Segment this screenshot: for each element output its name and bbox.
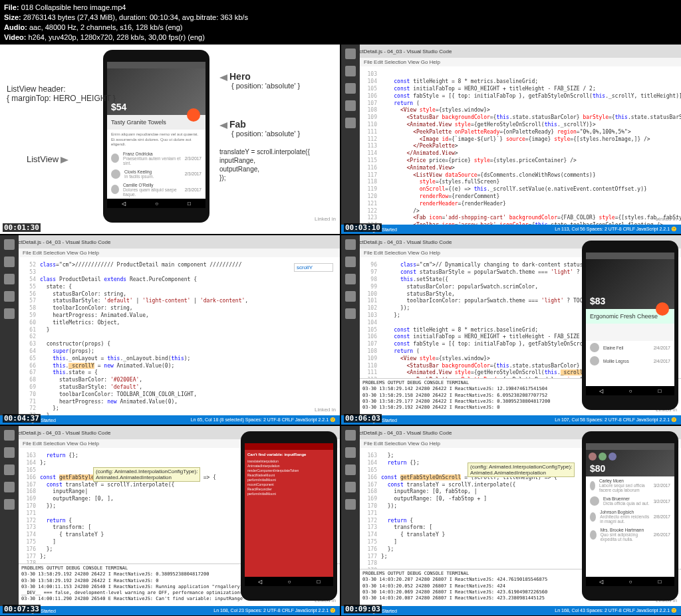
debug-icon[interactable] (345, 100, 356, 111)
android-navbar[interactable]: ◁○□ (107, 199, 205, 208)
activity-bar[interactable] (0, 235, 19, 425)
list-item[interactable]: Carley MoenLabore sequi sed officia face… (586, 476, 674, 494)
code-editor[interactable]: 52class="cm">//////////// ProductDetail … (19, 260, 340, 415)
statusbar[interactable]: Native Packager: StartedLn 65, Col 18 (8… (0, 415, 340, 425)
list-item[interactable]: Elaine Feil2/4/2017 (586, 341, 674, 354)
timestamp: 00:03:10 (344, 223, 382, 232)
annot-listview-header: ListView header: { marginTop: HERO_HEIGH… (7, 84, 116, 103)
intellisense-tooltip: (config: Animated.InterpolationConfigTyp… (468, 462, 575, 477)
search-icon[interactable] (345, 66, 356, 76)
annot-hero: Hero { position: 'absolute' } (219, 71, 300, 90)
phone-mockup: $80 Carley MoenLabore sequi sed officia … (582, 431, 678, 601)
list-item[interactable]: Johnson BogisichArchitecto enim reiciend… (586, 508, 674, 526)
timestamp: 00:07:33 (3, 605, 41, 613)
window-titlebar: ProductDetail.js - 04_03 - Visual Studio… (0, 235, 340, 249)
phone-mockup: $54 Tasty Granite Towels Enim aliquam re… (103, 50, 209, 223)
timestamp: 00:04:37 (3, 414, 41, 423)
statusbar[interactable]: Native Packager: StartedLn 168, Col 23 S… (0, 606, 340, 615)
annot-listview: ListView (27, 154, 68, 164)
timestamp: 00:09:03 (344, 605, 382, 613)
find-widget[interactable]: scrollY (294, 263, 333, 272)
phone-mockup: Can't find variable: inputRange translat… (241, 431, 337, 601)
ext-icon[interactable] (345, 118, 356, 128)
activity-bar[interactable] (0, 426, 19, 615)
list-item[interactable]: Eva BruennerDicta officia quia ad aut.3/… (586, 494, 674, 508)
code-editor[interactable]: 103104 const titleHeight = 8 * metrics.b… (360, 70, 681, 225)
activity-bar[interactable] (341, 426, 360, 615)
list-item[interactable]: Mollie Legros2/4/2017 (586, 354, 674, 367)
product-desc: Enim aliquam repudiandae nemo vel aut qu… (107, 130, 205, 150)
thumb-1: ListView header: { marginTop: HERO_HEIGH… (0, 45, 340, 234)
statusbar[interactable]: Native Packager: StartedLn 113, Col 56 S… (341, 225, 681, 234)
thumb-4: ProductDetail.js - 04_03 - Visual Studio… (341, 235, 681, 425)
window-titlebar: ProductDetail.js - 04_03 - Visual Studio… (341, 45, 681, 58)
statusbar[interactable]: Native Packager: StartedLn 107, Col 58 S… (341, 415, 681, 425)
fab-button[interactable] (187, 108, 200, 122)
statusbar[interactable]: Native Packager: StartedLn 168, Col 43 S… (341, 606, 681, 615)
thumb-6: ProductDetail.js - 04_03 - Visual Studio… (341, 426, 681, 615)
watermark: Linked in (656, 216, 677, 222)
git-icon[interactable] (345, 83, 356, 94)
timestamp: 00:06:03 (344, 414, 382, 423)
activity-bar[interactable] (341, 45, 360, 234)
annot-translate: translateY = scroll.interpolate({ inputR… (219, 148, 310, 182)
thumbnail-grid: ListView header: { marginTop: HERO_HEIGH… (0, 45, 681, 615)
timestamp: 00:01:30 (3, 223, 41, 232)
list-item[interactable]: Clovis KeelingIn facilis ipsum.2/3/2017 (107, 167, 205, 181)
price: $54 (111, 102, 126, 112)
phone-mockup: $83 Ergonomic Fresh Cheese Elaine Feil2/… (582, 241, 678, 410)
thumb-5: ProductDetail.js - 04_03 - Visual Studio… (0, 426, 340, 615)
thumb-2: ProductDetail.js - 04_03 - Visual Studio… (341, 45, 681, 234)
activity-bar[interactable] (341, 235, 360, 425)
watermark: Linked in (315, 407, 336, 413)
error-screen: Can't find variable: inputRange translat… (245, 443, 333, 586)
menubar[interactable]: File Edit Selection View Go Help (360, 58, 681, 66)
watermark: Linked in (315, 216, 336, 222)
media-info-header: File: 018 Collapsible hero image.mp4 Siz… (0, 0, 681, 45)
files-icon[interactable] (345, 49, 356, 59)
intellisense-tooltip: (config: Animated.InterpolationConfigTyp… (93, 467, 200, 482)
menubar[interactable]: File Edit Selection View Go Help (19, 249, 340, 257)
list-item[interactable]: Mrs. Brooke HartmannQuo sint adipisicing… (586, 526, 674, 544)
product-title-bar: Tasty Granite Towels (107, 115, 205, 130)
annot-fab: Fab { position: 'absolute' } (219, 119, 300, 138)
thumb-3: ProductDetail.js - 04_03 - Visual Studio… (0, 235, 340, 425)
list-item[interactable]: Franz OndrickaPraesentium autem veniam e… (107, 150, 205, 167)
list-item[interactable]: Camille O'ReillyDolores quam aliquid sae… (107, 181, 205, 199)
